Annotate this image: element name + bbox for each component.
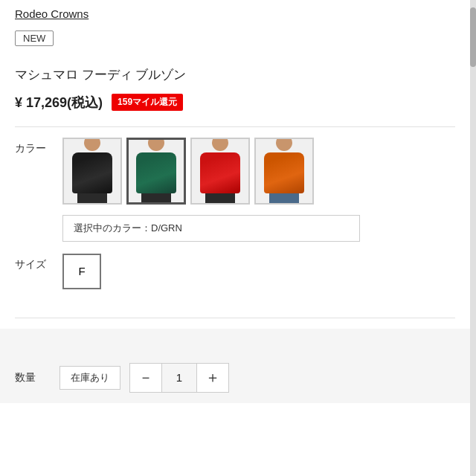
stock-badge: 在庫あり [60,366,120,390]
size-label: サイズ [15,254,51,271]
color-option-green[interactable] [126,138,186,205]
product-name: マシュマロ フーディ ブルゾン [15,65,455,85]
quantity-value: 1 [161,364,197,392]
color-section: カラー [15,138,455,205]
selected-color-text: 選択中のカラー：D/GRN [62,215,360,242]
color-label: カラー [15,138,51,155]
product-price: ¥ 17,269(税込) [15,94,103,112]
miles-badge: 159マイル還元 [112,94,183,111]
divider-2 [15,318,455,318]
quantity-controls: － 1 ＋ [129,363,229,393]
quantity-minus-button[interactable]: － [130,364,161,392]
color-options [62,138,314,205]
color-option-red[interactable] [190,138,250,205]
quantity-plus-button[interactable]: ＋ [197,364,228,392]
color-option-black[interactable] [62,138,122,205]
size-option-F[interactable]: F [62,254,101,289]
size-options: F [62,254,101,289]
brand-link[interactable]: Rodeo Crowns [15,7,89,20]
new-badge: NEW [15,30,54,46]
color-option-orange[interactable] [254,138,314,205]
quantity-label: 数量 [15,371,51,385]
size-section: サイズ F [15,254,455,289]
divider-1 [15,126,455,127]
quantity-section: 数量 在庫あり － 1 ＋ [15,351,455,393]
